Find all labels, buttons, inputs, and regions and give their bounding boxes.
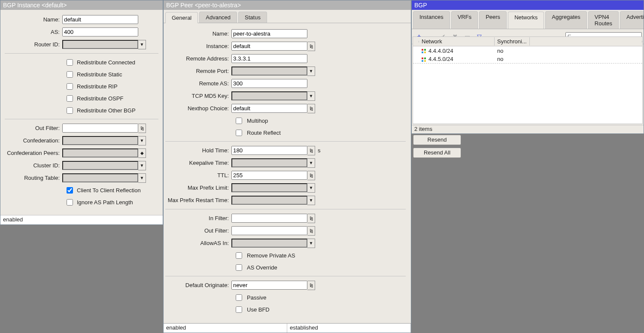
default-originate-input[interactable] [231,281,307,290]
router-id-dropdown[interactable]: ▼ [138,40,146,49]
confederation-input[interactable] [62,136,138,145]
hold-time-toggle[interactable]: ⧎ [307,146,315,155]
tab-peers[interactable]: Peers [479,11,507,29]
passive-checkbox[interactable]: Passive [234,291,406,303]
remote-as-input[interactable] [231,79,307,88]
bgp-peer-window: BGP Peer <peer-to-alestra> General Advan… [163,0,411,333]
table-row[interactable]: 4.4.5.0/24 no [413,55,642,64]
ttl-toggle[interactable]: ⧎ [307,171,315,180]
peer-instance-dropdown[interactable]: ⧎ [307,42,315,51]
resend-button[interactable]: Resend [413,135,461,145]
max-prefix-rt-dropdown[interactable]: ▼ [307,196,315,205]
tab-advertisements[interactable]: Advertisements [620,11,644,29]
remove-private-as-checkbox[interactable]: Remove Private AS [234,249,406,261]
in-filter-dropdown[interactable]: ⧎ [307,214,315,223]
label-cluster-id: Cluster ID: [5,162,62,169]
in-filter-input[interactable] [231,214,307,223]
ignore-as-path-length-checkbox[interactable]: Ignore AS Path Length [65,196,158,208]
routing-table-input[interactable] [62,173,138,182]
tab-networks[interactable]: Networks [508,12,544,29]
window-title: BGP [412,0,644,10]
redistribute-rip-checkbox[interactable]: Redistribute RIP [65,80,158,92]
out-filter-dropdown[interactable]: ⧎ [138,124,146,133]
max-prefix-input[interactable] [231,183,307,192]
redistribute-other-bgp-checkbox[interactable]: Redistribute Other BGP [65,104,158,116]
multihop-checkbox[interactable]: Multihop [234,115,406,127]
tab-advanced[interactable]: Advanced [199,12,237,23]
redistribute-static-checkbox[interactable]: Redistribute Static [65,68,158,80]
label-ttl: TTL: [165,172,231,179]
label-allowas-in: AllowAS In: [165,240,231,246]
column-network[interactable]: Network [419,37,495,45]
out-filter-input[interactable] [62,124,138,133]
label-remote-as: Remote AS: [165,80,231,87]
label-keepalive-time: Keepalive Time: [165,160,231,166]
as-override-checkbox[interactable]: AS Override [234,261,406,273]
client-to-client-reflection-checkbox[interactable]: Client To Client Reflection [65,184,158,196]
remote-port-input[interactable] [231,67,307,76]
table-row[interactable]: 4.4.4.0/24 no [413,46,642,55]
label-instance: Instance: [165,43,231,49]
label-name: Name: [165,30,231,37]
redistribute-ospf-checkbox[interactable]: Redistribute OSPF [65,92,158,104]
label-default-originate: Default Originate: [165,282,231,288]
route-reflect-checkbox[interactable]: Route Reflect [234,127,406,139]
window-title: BGP Peer <peer-to-alestra> [164,0,411,10]
label-remote-port: Remote Port: [165,68,231,74]
max-prefix-rt-input[interactable] [231,196,307,205]
peer-out-filter-dropdown[interactable]: ⧎ [307,226,315,236]
label-out-filter: Out Filter: [5,125,62,131]
allowas-dropdown[interactable]: ▼ [307,239,315,248]
network-icon [422,49,426,53]
tab-vpn4-routes[interactable]: VPN4 Routes [588,11,619,29]
as-input[interactable] [62,27,138,36]
confederation-peers-input[interactable] [62,148,138,157]
peer-instance-input[interactable] [231,42,307,51]
networks-table: Network Synchroni... 4.4.4.0/24 no 4.4.5… [413,36,643,124]
nexthop-dropdown[interactable]: ⧎ [307,104,315,113]
bgp-instance-window: BGP Instance <default> Name: AS: Router … [0,0,163,225]
label-max-prefix-restart-time: Max Prefix Restart Time: [165,197,231,203]
item-count: 2 items [412,125,644,133]
label-as: AS: [5,29,62,35]
peer-name-input[interactable] [231,29,307,38]
tcp-md5-input[interactable] [231,91,307,100]
tcp-md5-dropdown[interactable]: ▼ [307,91,315,101]
label-confederation: Confederation: [5,137,62,144]
label-tcp-md5-key: TCP MD5 Key: [165,93,231,99]
tab-vrfs[interactable]: VRFs [451,11,478,29]
resend-all-button[interactable]: Resend All [413,148,461,158]
tab-aggregates[interactable]: Aggregates [545,11,587,29]
keepalive-input[interactable] [231,158,307,167]
bgp-window: BGP Instances VRFs Peers Networks Aggreg… [411,0,644,134]
routing-table-dropdown[interactable]: ▼ [138,173,146,183]
tab-general[interactable]: General [165,12,198,23]
confederation-peers-stepper[interactable]: ◆ [138,148,146,158]
use-bfd-checkbox[interactable]: Use BFD [234,303,406,315]
tab-status[interactable]: Status [238,12,267,23]
column-synchronize[interactable]: Synchroni... [495,37,530,45]
label-hold-time: Hold Time: [165,147,231,154]
confederation-dropdown[interactable]: ▼ [138,136,146,145]
label-nexthop-choice: Nexthop Choice: [165,105,231,112]
cluster-id-input[interactable] [62,161,138,170]
keepalive-dropdown[interactable]: ▼ [307,158,315,168]
remote-port-dropdown[interactable]: ▼ [307,67,315,76]
router-id-input[interactable] [62,40,138,49]
window-title: BGP Instance <default> [0,0,163,10]
allowas-input[interactable] [231,239,307,248]
ttl-input[interactable] [231,171,307,180]
redistribute-connected-checkbox[interactable]: Redistribute Connected [65,56,158,68]
hold-time-input[interactable] [231,146,307,155]
unit-seconds: s [318,147,321,154]
remote-address-input[interactable] [231,54,307,63]
default-originate-dropdown[interactable]: ⧎ [307,281,315,290]
nexthop-input[interactable] [231,104,307,113]
tab-instances[interactable]: Instances [413,11,450,29]
instance-status: enabled [0,215,163,224]
label-remote-address: Remote Address: [165,55,231,62]
name-input[interactable] [62,15,138,24]
max-prefix-dropdown[interactable]: ▼ [307,183,315,193]
peer-out-filter-input[interactable] [231,226,307,235]
cluster-id-dropdown[interactable]: ▼ [138,161,146,170]
